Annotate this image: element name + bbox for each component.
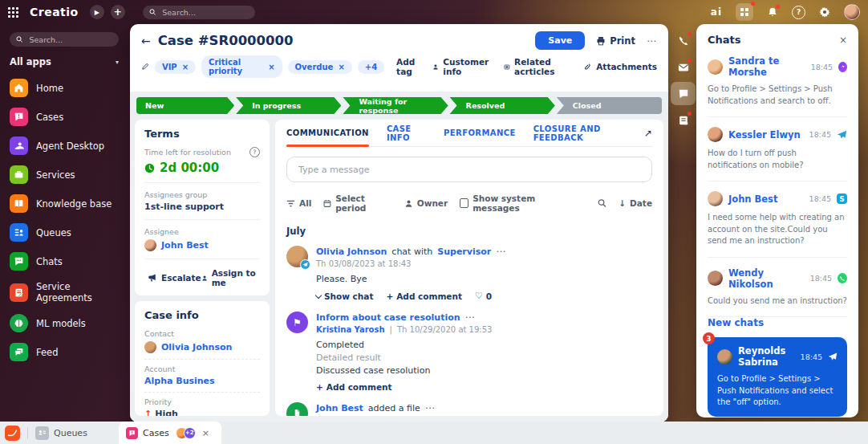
tag-row: VIP× Critical priority× Overdue× +4 Add … xyxy=(141,55,657,85)
tab-case-info[interactable]: CASE INFO xyxy=(387,120,426,146)
save-button[interactable]: Save xyxy=(535,31,585,50)
add-comment-button[interactable]: +Add comment xyxy=(316,382,392,392)
pencil-icon[interactable] xyxy=(141,62,149,71)
task-title-link[interactable]: Inform about case resolution xyxy=(316,312,460,323)
like-button[interactable]: ♡0 xyxy=(475,291,492,301)
related-articles-button[interactable]: Related acrticles xyxy=(504,57,570,76)
attachments-button[interactable]: Attachments xyxy=(583,57,657,76)
more-options-icon[interactable]: ⋯ xyxy=(465,312,476,323)
sidebar-item-cases[interactable]: Cases xyxy=(10,108,119,126)
ai-button[interactable]: ai xyxy=(711,6,722,18)
global-search-input[interactable] xyxy=(160,7,249,18)
chat-list-item[interactable]: Sandra te Morshe 18:45 Go to Profile > S… xyxy=(708,46,847,117)
header-links: Customer info Related acrticles Attachme… xyxy=(432,57,657,76)
workplaces-button[interactable] xyxy=(736,3,753,21)
new-chat-card[interactable]: 3 Reynolds Sabrina 18:45 Go to Profile >… xyxy=(708,337,847,417)
notifications-button[interactable] xyxy=(767,6,778,18)
all-apps-selector[interactable]: All apps ▾ xyxy=(10,56,119,67)
sidebar-search-input[interactable] xyxy=(27,35,112,45)
assign-to-me-button[interactable]: Assign to me xyxy=(201,268,257,287)
message-input[interactable] xyxy=(297,164,642,176)
close-tab-icon[interactable]: × xyxy=(202,428,209,438)
settings-button[interactable] xyxy=(819,6,830,18)
tab-performance[interactable]: PERFORMANCE xyxy=(444,120,516,146)
tag-pill[interactable]: VIP× xyxy=(155,60,196,74)
tab-communication[interactable]: COMMUNICATION xyxy=(286,120,369,146)
global-search[interactable] xyxy=(143,6,255,19)
timestamp: Th 03/08/2023 at 18:43 xyxy=(316,259,506,268)
assignee-link[interactable]: John Best xyxy=(161,240,209,251)
contact-link[interactable]: Olivia Johnson xyxy=(161,342,232,352)
author-link[interactable]: John Best xyxy=(316,403,363,413)
tag-pill[interactable]: Critical priority× xyxy=(201,55,282,78)
sort-by-date[interactable]: ↓ Date xyxy=(619,198,652,208)
more-options-icon[interactable]: ⋯ xyxy=(496,246,506,257)
remove-tag-icon[interactable]: × xyxy=(268,63,274,71)
chat-list-item[interactable]: Wendy Nikolson 18:45 Could you send me a… xyxy=(708,258,847,318)
back-arrow-icon[interactable]: ← xyxy=(141,35,151,47)
escalate-button[interactable]: Escalate xyxy=(148,268,201,287)
print-button[interactable]: Print xyxy=(596,35,635,47)
expand-icon[interactable]: ↗ xyxy=(644,128,652,139)
sidebar-item-agent-desktop[interactable]: Agent Desktop xyxy=(10,136,119,155)
sidebar-item-services[interactable]: Services xyxy=(10,165,119,184)
filter-owner[interactable]: Owner xyxy=(404,198,448,208)
more-tags-pill[interactable]: +4 xyxy=(358,60,384,74)
show-chat-button[interactable]: Show chat xyxy=(316,291,373,301)
more-options-icon[interactable]: ⋯ xyxy=(647,35,657,47)
help-button[interactable]: ? xyxy=(792,6,805,19)
sidebar-item-knowledge-base[interactable]: Knowledge base xyxy=(10,194,119,213)
author-link[interactable]: Kristina Yarosh xyxy=(316,325,385,334)
taskbar-tab-queues[interactable]: Queues xyxy=(35,426,87,440)
filter-all[interactable]: All xyxy=(286,198,311,208)
sidebar-item-chats[interactable]: Chats xyxy=(10,252,119,271)
message-input-box[interactable] xyxy=(286,157,652,182)
play-button[interactable]: ▶ xyxy=(90,5,104,19)
chat-list-item[interactable]: John Best 18:45 S I need some help with … xyxy=(708,181,847,258)
pipeline-stage-new[interactable]: New xyxy=(136,97,234,114)
customer-info-button[interactable]: Customer info xyxy=(432,57,491,76)
sidebar-item-feed[interactable]: Feed xyxy=(10,343,119,361)
add-comment-button[interactable]: +Add comment xyxy=(386,291,462,301)
more-options-icon[interactable]: ⋯ xyxy=(425,402,436,413)
sidebar-item-home[interactable]: Home xyxy=(10,79,119,97)
checkbox-icon[interactable] xyxy=(460,198,468,208)
remove-tag-icon[interactable]: × xyxy=(182,63,189,71)
pipeline-stage-closed[interactable]: Closed xyxy=(557,97,662,114)
sidebar-item-queues[interactable]: Queues xyxy=(10,223,119,242)
author-link[interactable]: Olivia Johnson xyxy=(316,246,387,257)
chat-list-item[interactable]: Kessler Elwyn 18:45 How do I turn off pu… xyxy=(708,117,847,181)
pipeline-stage-resolved[interactable]: Resolved xyxy=(450,97,555,114)
tag-pill[interactable]: Overdue× xyxy=(288,60,352,74)
swoosh-icon xyxy=(7,428,18,438)
filter-select-period[interactable]: Select period xyxy=(323,193,391,213)
search-icon[interactable] xyxy=(598,198,606,208)
priority-up-icon: ↑ xyxy=(144,409,152,416)
tab-closure-feedback[interactable]: CLOSURE AND FEEDBACK xyxy=(533,120,627,146)
remove-tag-icon[interactable]: × xyxy=(338,63,344,71)
feed-strip-button[interactable] xyxy=(671,108,696,132)
sidebar-search[interactable] xyxy=(10,32,119,47)
stage-label: Closed xyxy=(573,101,602,110)
gear-icon xyxy=(819,6,830,18)
close-icon[interactable]: × xyxy=(839,35,847,46)
help-icon[interactable]: ? xyxy=(249,147,260,157)
pipeline-stage-in-progress[interactable]: In progress xyxy=(236,97,341,114)
creatio-taskbar-logo[interactable] xyxy=(5,426,20,441)
workplaces-grid-icon xyxy=(740,8,748,16)
sidebar-item-service-agreements[interactable]: Service Agreements xyxy=(10,281,119,303)
taskbar-tab-cases[interactable]: Cases +2 × xyxy=(119,422,221,444)
add-button[interactable]: + xyxy=(111,5,125,19)
filter-show-system[interactable]: Show system messages xyxy=(460,193,574,213)
sidebar-item-ml-models[interactable]: ML models xyxy=(10,314,119,332)
calls-strip-button[interactable] xyxy=(671,29,696,52)
pipeline-stage-waiting[interactable]: Waiting for response xyxy=(343,97,448,114)
email-strip-button[interactable] xyxy=(671,55,696,79)
target-link[interactable]: Supervisor xyxy=(437,246,491,257)
account-link[interactable]: Alpha Busines xyxy=(144,376,260,386)
add-tag-button[interactable]: Add tag xyxy=(396,57,427,76)
chats-strip-button[interactable] xyxy=(671,82,696,105)
clock-icon xyxy=(144,163,155,173)
app-launcher-icon[interactable] xyxy=(8,7,18,18)
user-avatar[interactable] xyxy=(844,4,860,20)
